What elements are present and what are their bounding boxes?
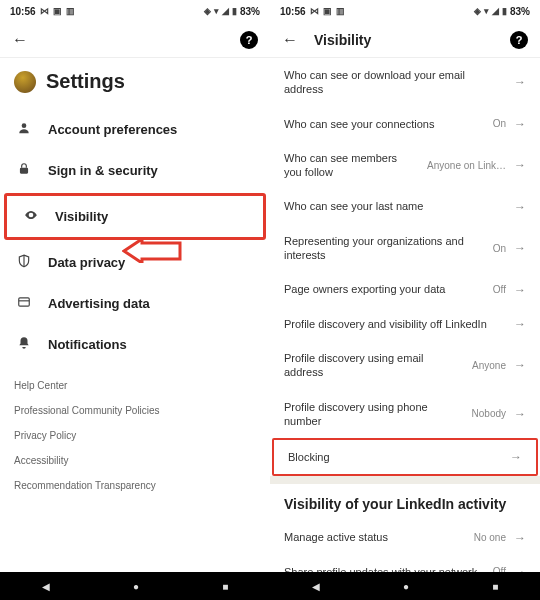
list-item[interactable]: Share profile updates with your network … (270, 555, 540, 572)
status-chat-icon: ▣ (53, 6, 62, 16)
list-item[interactable]: Profile discovery using phone number Nob… (270, 390, 540, 439)
menu-label: Sign in & security (48, 163, 158, 178)
menu-account-preferences[interactable]: Account preferences (0, 109, 270, 150)
list-value: No one (474, 532, 506, 543)
list-item[interactable]: Profile discovery using email address An… (270, 341, 540, 390)
footer-link[interactable]: Recommendation Transparency (14, 473, 256, 498)
footer-link[interactable]: Help Center (14, 373, 256, 398)
list-item[interactable]: Representing your organizations and inte… (270, 224, 540, 273)
help-icon[interactable]: ? (240, 31, 258, 49)
svg-point-2 (30, 214, 32, 216)
nav-home-icon[interactable]: ● (133, 581, 139, 592)
ad-icon (16, 295, 32, 312)
back-icon[interactable]: ← (282, 31, 298, 49)
menu-label: Notifications (48, 337, 127, 352)
blocking-highlight: Blocking → (272, 438, 538, 476)
menu-label: Visibility (55, 209, 108, 224)
avatar[interactable] (14, 71, 36, 93)
chevron-right-icon: → (514, 283, 526, 297)
list-label: Representing your organizations and inte… (284, 234, 485, 263)
status-bar: 10:56 ⋈ ▣ ▥ ◈ ▾ ◢ ▮ 83% (270, 0, 540, 22)
chevron-right-icon: → (514, 158, 526, 172)
chevron-right-icon: → (514, 241, 526, 255)
list-item[interactable]: Who can see your last name → (270, 189, 540, 223)
status-battery-icon: ▮ (502, 6, 507, 16)
list-item[interactable]: Profile discovery and visibility off Lin… (270, 307, 540, 341)
status-app-icon: ⋈ (40, 6, 49, 16)
list-label: Who can see your last name (284, 199, 498, 213)
lock-icon (16, 162, 32, 179)
svg-rect-1 (20, 168, 28, 174)
list-label: Who can see members you follow (284, 151, 419, 180)
chevron-right-icon: → (514, 200, 526, 214)
android-nav-bar: ◀ ● ■ (0, 572, 270, 600)
nav-back-icon[interactable]: ◀ (42, 581, 50, 592)
list-item[interactable]: Who can see members you follow Anyone on… (270, 141, 540, 190)
status-battery-pct: 83% (240, 6, 260, 17)
status-time: 10:56 (10, 6, 36, 17)
status-chat-icon: ▣ (323, 6, 332, 16)
section-header: Visibility of your LinkedIn activity (270, 484, 540, 520)
list-label: Share profile updates with your network (284, 565, 485, 572)
bell-icon (16, 336, 32, 353)
list-value: On (493, 118, 506, 129)
status-wifi-icon: ▾ (484, 6, 489, 16)
menu-label: Advertising data (48, 296, 150, 311)
eye-icon (23, 208, 39, 225)
svg-rect-3 (19, 298, 30, 306)
list-label: Profile discovery using email address (284, 351, 464, 380)
footer-link[interactable]: Privacy Policy (14, 423, 256, 448)
chevron-right-icon: → (510, 450, 522, 464)
left-screen: 10:56 ⋈ ▣ ▥ ◈ ▾ ◢ ▮ 83% ← ? Settings Acc… (0, 0, 270, 600)
list-label: Manage active status (284, 530, 466, 544)
help-icon[interactable]: ? (510, 31, 528, 49)
list-label: Page owners exporting your data (284, 282, 485, 296)
status-app-icon: ⋈ (310, 6, 319, 16)
menu-notifications[interactable]: Notifications (0, 324, 270, 365)
nav-home-icon[interactable]: ● (403, 581, 409, 592)
status-time: 10:56 (280, 6, 306, 17)
page-title: Settings (46, 70, 125, 93)
menu-visibility[interactable]: Visibility (7, 196, 263, 237)
list-label: Profile discovery using phone number (284, 400, 464, 429)
footer-link[interactable]: Accessibility (14, 448, 256, 473)
chevron-right-icon: → (514, 531, 526, 545)
list-value: On (493, 243, 506, 254)
list-item[interactable]: Who can see or download your email addre… (270, 58, 540, 107)
status-sync-icon: ◈ (204, 6, 211, 16)
svg-point-0 (22, 123, 27, 128)
status-battery-icon: ▮ (232, 6, 237, 16)
status-sync-icon: ◈ (474, 6, 481, 16)
person-icon (16, 121, 32, 138)
list-item[interactable]: Manage active status No one → (270, 520, 540, 554)
list-item[interactable]: Who can see your connections On → (270, 107, 540, 141)
list-label: Blocking (288, 450, 494, 464)
nav-back-icon[interactable]: ◀ (312, 581, 320, 592)
status-4g-icon: ▥ (66, 6, 75, 16)
chevron-right-icon: → (514, 565, 526, 572)
status-signal-icon: ◢ (492, 6, 499, 16)
list-value: Anyone (472, 360, 506, 371)
list-label: Who can see or download your email addre… (284, 68, 498, 97)
section-divider (270, 476, 540, 484)
shield-icon (16, 254, 32, 271)
footer-link[interactable]: Professional Community Policies (14, 398, 256, 423)
visibility-highlight: Visibility (4, 193, 266, 240)
app-header: ← Visibility ? (270, 22, 540, 58)
list-item[interactable]: Page owners exporting your data Off → (270, 272, 540, 306)
menu-signin-security[interactable]: Sign in & security (0, 150, 270, 191)
status-wifi-icon: ▾ (214, 6, 219, 16)
menu-label: Data privacy (48, 255, 125, 270)
android-nav-bar: ◀ ● ■ (270, 572, 540, 600)
menu-data-privacy[interactable]: Data privacy (0, 242, 270, 283)
status-4g-icon: ▥ (336, 6, 345, 16)
nav-recent-icon[interactable]: ■ (492, 581, 498, 592)
list-value: Off (493, 284, 506, 295)
list-item-blocking[interactable]: Blocking → (274, 440, 536, 474)
back-icon[interactable]: ← (12, 31, 28, 49)
menu-advertising-data[interactable]: Advertising data (0, 283, 270, 324)
list-label: Who can see your connections (284, 117, 485, 131)
chevron-right-icon: → (514, 407, 526, 421)
list-value: Nobody (472, 408, 506, 419)
nav-recent-icon[interactable]: ■ (222, 581, 228, 592)
